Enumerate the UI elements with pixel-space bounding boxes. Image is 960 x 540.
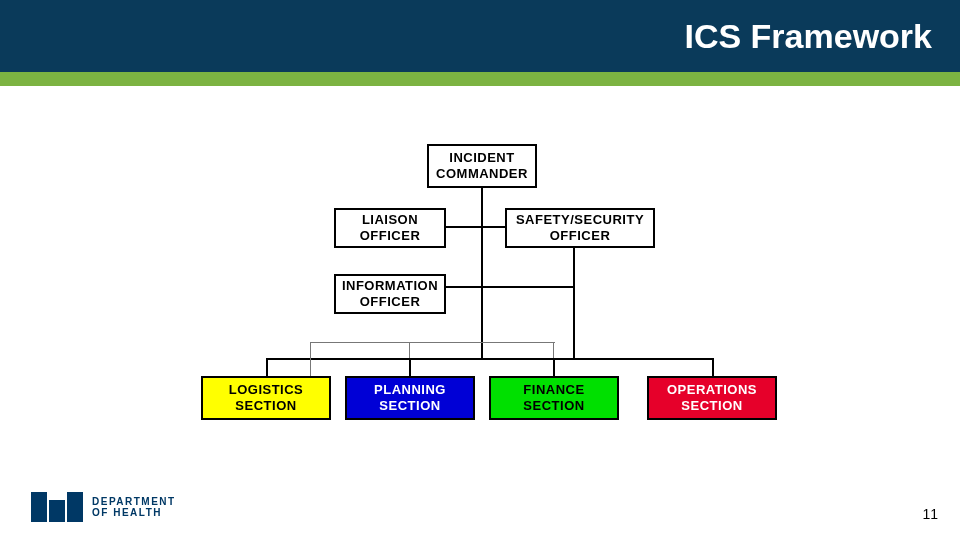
connector	[573, 248, 575, 358]
node-liaison-officer: LIAISON OFFICER	[334, 208, 446, 248]
diagram-area: INCIDENT COMMANDER LIAISON OFFICER SAFET…	[0, 86, 960, 486]
connector	[266, 358, 268, 376]
node-planning-section: PLANNING SECTION	[345, 376, 475, 420]
accent-bar	[0, 72, 960, 86]
node-line: OFFICER	[550, 228, 611, 244]
node-line: OPERATIONS	[667, 382, 757, 398]
connector	[409, 342, 410, 358]
node-line: OFFICER	[360, 294, 421, 310]
connector	[482, 358, 714, 360]
footer-logo: DEPARTMENT OF HEALTH	[30, 492, 176, 522]
node-line: FINANCE	[523, 382, 584, 398]
node-line: INCIDENT	[449, 150, 514, 166]
slide-title: ICS Framework	[684, 17, 932, 56]
node-safety-officer: SAFETY/SECURITY OFFICER	[505, 208, 655, 248]
node-incident-commander: INCIDENT COMMANDER	[427, 144, 537, 188]
logo-text-line: DEPARTMENT	[92, 496, 176, 507]
connector	[409, 358, 411, 376]
node-line: SECTION	[379, 398, 440, 414]
connector	[310, 342, 311, 376]
node-finance-section: FINANCE SECTION	[489, 376, 619, 420]
connector	[553, 358, 555, 376]
node-information-officer: INFORMATION OFFICER	[334, 274, 446, 314]
node-line: LOGISTICS	[229, 382, 304, 398]
mn-logo-icon	[30, 492, 84, 522]
node-line: SAFETY/SECURITY	[516, 212, 644, 228]
node-line: SECTION	[681, 398, 742, 414]
connector	[553, 342, 554, 358]
node-line: COMMANDER	[436, 166, 528, 182]
connector	[712, 358, 714, 376]
node-line: SECTION	[523, 398, 584, 414]
logo-text: DEPARTMENT OF HEALTH	[92, 496, 176, 518]
node-line: OFFICER	[360, 228, 421, 244]
node-line: SECTION	[235, 398, 296, 414]
slide-header: ICS Framework	[0, 0, 960, 72]
node-operations-section: OPERATIONS SECTION	[647, 376, 777, 420]
connector	[266, 358, 482, 360]
node-logistics-section: LOGISTICS SECTION	[201, 376, 331, 420]
node-line: PLANNING	[374, 382, 446, 398]
connector	[481, 188, 483, 358]
page-number: 11	[922, 506, 938, 522]
connector	[310, 342, 555, 343]
logo-text-line: OF HEALTH	[92, 507, 176, 518]
node-line: INFORMATION	[342, 278, 438, 294]
node-line: LIAISON	[362, 212, 418, 228]
